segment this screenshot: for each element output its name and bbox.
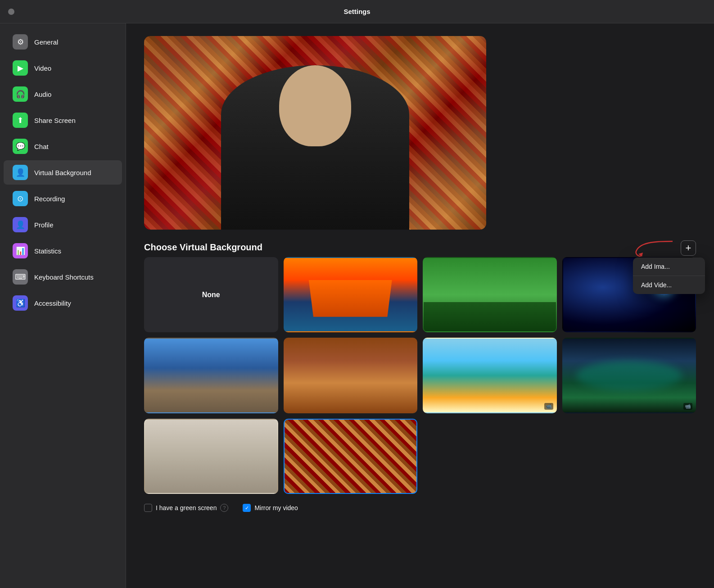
sidebar-item-keyboard-shortcuts[interactable]: ⌨Keyboard Shortcuts xyxy=(4,265,122,289)
profile-icon: 👤 xyxy=(13,217,28,232)
profile-label: Profile xyxy=(34,221,54,229)
bg-option-aurora[interactable]: 📹 xyxy=(562,338,696,413)
video-label: Video xyxy=(34,64,51,72)
recording-icon: ⊙ xyxy=(13,191,28,206)
main-container: ⚙General▶Video🎧Audio⬆Share Screen💬Chat👤V… xyxy=(0,23,714,588)
bg-option-room[interactable] xyxy=(284,338,418,413)
keyboard-shortcuts-label: Keyboard Shortcuts xyxy=(34,273,94,281)
green-screen-label: I have a green screen xyxy=(156,504,217,511)
bg-option-stairs[interactable] xyxy=(144,338,278,413)
green-screen-checkbox[interactable] xyxy=(144,504,152,512)
bg-option-bridge[interactable] xyxy=(284,257,418,332)
bg-none-label: None xyxy=(202,291,220,299)
sidebar-item-accessibility[interactable]: ♿Accessibility xyxy=(4,291,122,315)
background-grid: None xyxy=(144,257,696,494)
general-icon: ⚙ xyxy=(13,34,28,50)
aurora-video-icon: 📹 xyxy=(683,403,692,410)
sidebar-item-profile[interactable]: 👤Profile xyxy=(4,213,122,237)
share-screen-icon: ⬆ xyxy=(13,113,28,128)
sidebar-item-recording[interactable]: ⊙Recording xyxy=(4,186,122,211)
audio-label: Audio xyxy=(34,90,51,98)
mirror-video-checkbox[interactable]: ✓ xyxy=(243,504,251,512)
green-screen-help-icon[interactable]: ? xyxy=(220,504,228,512)
sidebar-item-general[interactable]: ⚙General xyxy=(4,30,122,54)
video-icon: ▶ xyxy=(13,60,28,76)
bg-option-carpet[interactable] xyxy=(284,419,418,494)
window-title: Settings xyxy=(343,8,370,15)
beach-video-icon: 📹 xyxy=(544,403,553,410)
chat-icon: 💬 xyxy=(13,139,28,154)
audio-icon: 🎧 xyxy=(13,86,28,102)
sidebar-item-share-screen[interactable]: ⬆Share Screen xyxy=(4,108,122,132)
statistics-icon: 📊 xyxy=(13,243,28,258)
virtual-background-section: Choose Virtual Background + Add Ima... A… xyxy=(144,242,696,512)
bg-option-grass[interactable] xyxy=(423,257,557,332)
sidebar-item-video[interactable]: ▶Video xyxy=(4,56,122,80)
accessibility-label: Accessibility xyxy=(34,299,71,307)
general-label: General xyxy=(34,38,58,46)
statistics-label: Statistics xyxy=(34,247,61,255)
chat-label: Chat xyxy=(34,143,49,150)
sidebar-item-chat[interactable]: 💬Chat xyxy=(4,134,122,158)
green-screen-option: I have a green screen ? xyxy=(144,504,228,512)
add-dropdown-menu: Add Ima... Add Vide... xyxy=(633,258,705,294)
bg-option-none[interactable]: None xyxy=(144,257,278,332)
bg-option-beach[interactable]: 📹 xyxy=(423,338,557,413)
traffic-light-button[interactable] xyxy=(8,9,14,15)
accessibility-icon: ♿ xyxy=(13,295,28,311)
sidebar-item-audio[interactable]: 🎧Audio xyxy=(4,82,122,106)
add-background-button[interactable]: + xyxy=(681,240,696,256)
virtual-background-icon: 👤 xyxy=(13,165,28,180)
content-area: Choose Virtual Background + Add Ima... A… xyxy=(126,23,714,588)
section-title: Choose Virtual Background xyxy=(144,242,262,252)
mirror-video-label: Mirror my video xyxy=(254,504,298,511)
title-bar: Settings xyxy=(0,0,714,23)
red-arrow-indicator xyxy=(632,237,677,259)
sidebar-item-statistics[interactable]: 📊Statistics xyxy=(4,239,122,263)
video-preview xyxy=(144,36,486,230)
mirror-video-option: ✓ Mirror my video xyxy=(243,504,298,512)
add-video-option[interactable]: Add Vide... xyxy=(633,276,705,294)
bg-option-car[interactable] xyxy=(144,419,278,494)
sidebar: ⚙General▶Video🎧Audio⬆Share Screen💬Chat👤V… xyxy=(0,23,126,588)
background-options: I have a green screen ? ✓ Mirror my vide… xyxy=(144,504,696,512)
virtual-background-label: Virtual Background xyxy=(34,169,91,176)
share-screen-label: Share Screen xyxy=(34,117,76,124)
sidebar-item-virtual-background[interactable]: 👤Virtual Background xyxy=(4,160,122,185)
add-image-option[interactable]: Add Ima... xyxy=(633,258,705,276)
recording-label: Recording xyxy=(34,195,65,203)
keyboard-shortcuts-icon: ⌨ xyxy=(13,269,28,285)
